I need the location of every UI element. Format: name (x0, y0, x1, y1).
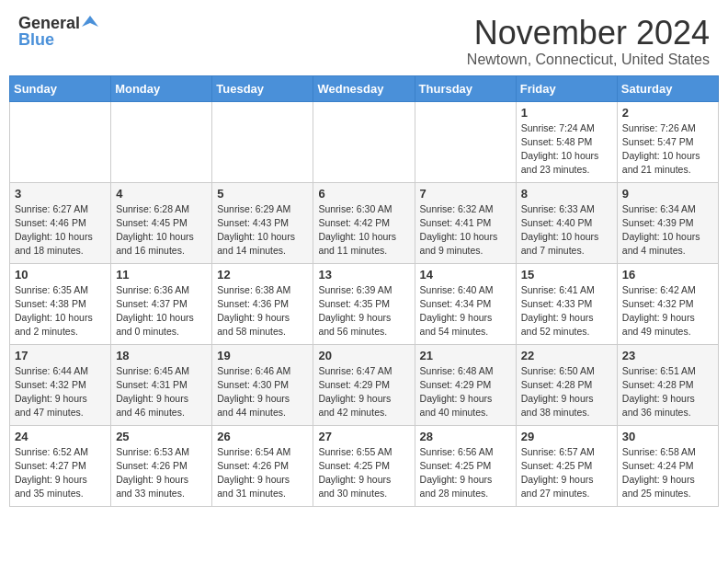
day-number: 30 (622, 430, 713, 443)
calendar-week-1: 3Sunrise: 6:27 AM Sunset: 4:46 PM Daylig… (10, 182, 719, 263)
day-info: Sunrise: 6:39 AM Sunset: 4:35 PM Dayligh… (318, 283, 409, 339)
day-number: 2 (622, 106, 713, 120)
calendar-cell: 25Sunrise: 6:53 AM Sunset: 4:26 PM Dayli… (111, 425, 212, 506)
calendar-cell: 9Sunrise: 6:34 AM Sunset: 4:39 PM Daylig… (617, 182, 718, 263)
header: General Blue November 2024 Newtown, Conn… (0, 0, 728, 75)
calendar-cell: 13Sunrise: 6:39 AM Sunset: 4:35 PM Dayli… (313, 263, 415, 344)
day-number: 28 (420, 430, 511, 443)
calendar-cell (313, 101, 415, 182)
day-info: Sunrise: 6:51 AM Sunset: 4:28 PM Dayligh… (622, 364, 713, 420)
day-number: 19 (217, 349, 308, 362)
calendar-cell (10, 101, 111, 182)
day-info: Sunrise: 6:38 AM Sunset: 4:36 PM Dayligh… (217, 283, 308, 339)
day-number: 15 (521, 268, 612, 282)
day-info: Sunrise: 6:41 AM Sunset: 4:33 PM Dayligh… (521, 283, 612, 339)
calendar-cell: 24Sunrise: 6:52 AM Sunset: 4:27 PM Dayli… (10, 425, 111, 506)
calendar-cell: 30Sunrise: 6:58 AM Sunset: 4:24 PM Dayli… (617, 425, 718, 506)
calendar-cell: 29Sunrise: 6:57 AM Sunset: 4:25 PM Dayli… (516, 425, 617, 506)
calendar-cell: 12Sunrise: 6:38 AM Sunset: 4:36 PM Dayli… (212, 263, 313, 344)
logo-general-text: General (18, 15, 80, 31)
calendar-cell: 3Sunrise: 6:27 AM Sunset: 4:46 PM Daylig… (10, 182, 111, 263)
calendar-cell: 4Sunrise: 6:28 AM Sunset: 4:45 PM Daylig… (111, 182, 212, 263)
day-info: Sunrise: 6:32 AM Sunset: 4:41 PM Dayligh… (420, 202, 511, 259)
day-number: 23 (622, 349, 713, 362)
calendar-cell: 26Sunrise: 6:54 AM Sunset: 4:26 PM Dayli… (212, 425, 313, 506)
logo-bird-icon (82, 14, 98, 30)
calendar-cell: 19Sunrise: 6:46 AM Sunset: 4:30 PM Dayli… (212, 344, 313, 425)
col-monday: Monday (111, 75, 212, 101)
calendar-cell: 7Sunrise: 6:32 AM Sunset: 4:41 PM Daylig… (415, 182, 516, 263)
day-number: 16 (622, 268, 713, 282)
day-info: Sunrise: 6:28 AM Sunset: 4:45 PM Dayligh… (116, 202, 207, 259)
calendar-cell: 10Sunrise: 6:35 AM Sunset: 4:38 PM Dayli… (10, 263, 111, 344)
day-number: 8 (521, 187, 612, 201)
day-info: Sunrise: 6:27 AM Sunset: 4:46 PM Dayligh… (15, 202, 106, 259)
svg-marker-0 (82, 16, 98, 27)
day-info: Sunrise: 6:55 AM Sunset: 4:25 PM Dayligh… (318, 445, 409, 501)
calendar-cell: 23Sunrise: 6:51 AM Sunset: 4:28 PM Dayli… (617, 344, 718, 425)
day-info: Sunrise: 6:42 AM Sunset: 4:32 PM Dayligh… (622, 283, 713, 339)
page-wrapper: General Blue November 2024 Newtown, Conn… (0, 0, 728, 516)
day-info: Sunrise: 6:36 AM Sunset: 4:37 PM Dayligh… (116, 283, 207, 339)
day-info: Sunrise: 6:56 AM Sunset: 4:25 PM Dayligh… (420, 445, 511, 501)
calendar-week-3: 17Sunrise: 6:44 AM Sunset: 4:32 PM Dayli… (10, 344, 719, 425)
day-number: 1 (521, 106, 612, 120)
day-number: 26 (217, 430, 308, 443)
day-number: 4 (116, 187, 207, 201)
calendar-cell: 1Sunrise: 7:24 AM Sunset: 5:48 PM Daylig… (516, 101, 617, 182)
day-number: 10 (15, 268, 106, 282)
calendar-week-0: 1Sunrise: 7:24 AM Sunset: 5:48 PM Daylig… (10, 101, 719, 182)
logo: General Blue (18, 15, 98, 48)
col-thursday: Thursday (415, 75, 516, 101)
day-info: Sunrise: 6:45 AM Sunset: 4:31 PM Dayligh… (116, 364, 207, 420)
day-number: 21 (420, 349, 511, 362)
calendar-week-4: 24Sunrise: 6:52 AM Sunset: 4:27 PM Dayli… (10, 425, 719, 506)
calendar-cell: 20Sunrise: 6:47 AM Sunset: 4:29 PM Dayli… (313, 344, 415, 425)
calendar-cell (415, 101, 516, 182)
day-info: Sunrise: 6:33 AM Sunset: 4:40 PM Dayligh… (521, 202, 612, 259)
header-row: Sunday Monday Tuesday Wednesday Thursday… (10, 75, 719, 101)
day-info: Sunrise: 6:46 AM Sunset: 4:30 PM Dayligh… (217, 364, 308, 420)
day-info: Sunrise: 6:35 AM Sunset: 4:38 PM Dayligh… (15, 283, 106, 339)
day-number: 9 (622, 187, 713, 201)
day-number: 22 (521, 349, 612, 362)
logo-blue-text: Blue (18, 31, 54, 48)
calendar-cell: 16Sunrise: 6:42 AM Sunset: 4:32 PM Dayli… (617, 263, 718, 344)
month-title: November 2024 (467, 15, 710, 52)
calendar-body: 1Sunrise: 7:24 AM Sunset: 5:48 PM Daylig… (10, 101, 719, 506)
day-number: 17 (15, 349, 106, 362)
day-number: 7 (420, 187, 511, 201)
calendar-cell: 18Sunrise: 6:45 AM Sunset: 4:31 PM Dayli… (111, 344, 212, 425)
calendar-cell (111, 101, 212, 182)
calendar-cell: 2Sunrise: 7:26 AM Sunset: 5:47 PM Daylig… (617, 101, 718, 182)
day-number: 24 (15, 430, 106, 443)
col-friday: Friday (516, 75, 617, 101)
calendar-cell: 8Sunrise: 6:33 AM Sunset: 4:40 PM Daylig… (516, 182, 617, 263)
calendar-wrapper: Sunday Monday Tuesday Wednesday Thursday… (0, 75, 728, 516)
day-number: 12 (217, 268, 308, 282)
day-info: Sunrise: 6:44 AM Sunset: 4:32 PM Dayligh… (15, 364, 106, 420)
col-tuesday: Tuesday (212, 75, 313, 101)
calendar-cell: 6Sunrise: 6:30 AM Sunset: 4:42 PM Daylig… (313, 182, 415, 263)
calendar-cell: 21Sunrise: 6:48 AM Sunset: 4:29 PM Dayli… (415, 344, 516, 425)
calendar-cell: 27Sunrise: 6:55 AM Sunset: 4:25 PM Dayli… (313, 425, 415, 506)
day-info: Sunrise: 6:57 AM Sunset: 4:25 PM Dayligh… (521, 445, 612, 501)
day-info: Sunrise: 7:26 AM Sunset: 5:47 PM Dayligh… (622, 121, 713, 178)
day-number: 3 (15, 187, 106, 201)
title-block: November 2024 Newtown, Connecticut, Unit… (467, 15, 710, 68)
day-info: Sunrise: 6:53 AM Sunset: 4:26 PM Dayligh… (116, 445, 207, 501)
day-info: Sunrise: 6:54 AM Sunset: 4:26 PM Dayligh… (217, 445, 308, 501)
col-saturday: Saturday (617, 75, 718, 101)
day-number: 6 (318, 187, 409, 201)
day-info: Sunrise: 6:30 AM Sunset: 4:42 PM Dayligh… (318, 202, 409, 259)
day-info: Sunrise: 6:34 AM Sunset: 4:39 PM Dayligh… (622, 202, 713, 259)
day-number: 29 (521, 430, 612, 443)
day-info: Sunrise: 6:47 AM Sunset: 4:29 PM Dayligh… (318, 364, 409, 420)
day-number: 11 (116, 268, 207, 282)
calendar-cell: 11Sunrise: 6:36 AM Sunset: 4:37 PM Dayli… (111, 263, 212, 344)
calendar-week-2: 10Sunrise: 6:35 AM Sunset: 4:38 PM Dayli… (10, 263, 719, 344)
calendar-cell: 14Sunrise: 6:40 AM Sunset: 4:34 PM Dayli… (415, 263, 516, 344)
day-number: 5 (217, 187, 308, 201)
day-number: 25 (116, 430, 207, 443)
calendar-table: Sunday Monday Tuesday Wednesday Thursday… (9, 75, 719, 507)
